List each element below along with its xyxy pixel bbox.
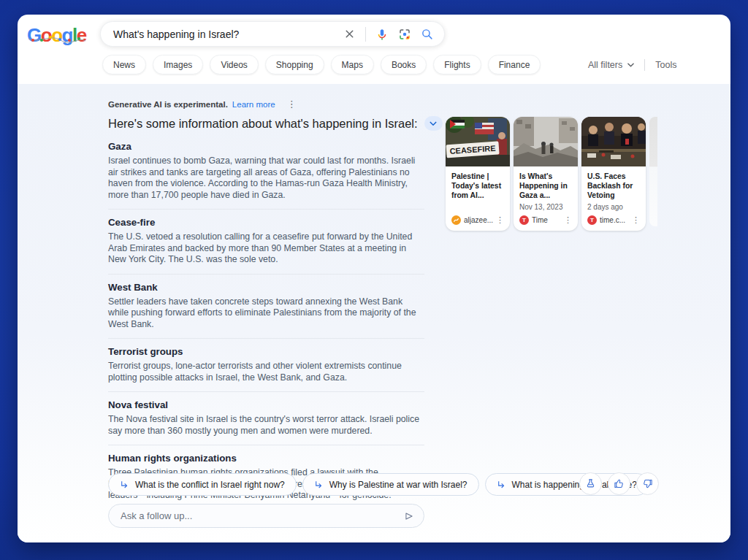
section-divider — [108, 338, 424, 339]
answer-section-gaza: Gaza Israel continues to bomb Gaza, warn… — [108, 141, 424, 201]
disclaimer-text: Generative AI is experimental. — [108, 100, 228, 109]
followup-chip-conflict[interactable]: What is the conflict in Israel right now… — [108, 473, 297, 496]
tools-button[interactable]: Tools — [655, 60, 676, 70]
tab-news[interactable]: News — [102, 55, 146, 74]
tab-shopping[interactable]: Shopping — [265, 55, 324, 74]
tab-label: Maps — [342, 60, 363, 70]
section-body: Israel continues to bomb Gaza, warning t… — [108, 156, 424, 201]
sge-heading-row: Here's some information about what's hap… — [108, 116, 443, 131]
section-divider — [108, 445, 424, 445]
answer-section-ceasefire: Cease-fire The U.S. vetoed a resolution … — [108, 217, 424, 266]
card-title: Is What's Happening in Gaza a... — [519, 172, 572, 200]
followup-input-bar — [108, 504, 424, 528]
chip-label: What is the conflict in Israel right now… — [135, 480, 285, 490]
section-body: Terrorist groups, lone-actor terrorists … — [108, 361, 424, 383]
tab-videos[interactable]: Videos — [210, 55, 258, 74]
holiday-lights-decoration — [27, 24, 87, 49]
thumbs-up-button[interactable] — [608, 472, 630, 495]
clear-search-icon[interactable] — [343, 28, 356, 40]
section-divider — [108, 209, 424, 210]
flask-icon — [585, 478, 596, 489]
section-divider — [108, 391, 424, 392]
card-title: Palestine | Today's latest from Al... — [451, 172, 504, 200]
card-date: Nov 13, 2023 — [519, 203, 572, 212]
all-filters-dropdown[interactable]: All filters — [588, 60, 634, 70]
google-lens-icon[interactable] — [398, 28, 411, 41]
tab-label: Videos — [221, 60, 247, 70]
card-source-name: Time — [532, 216, 564, 224]
tab-images[interactable]: Images — [153, 55, 203, 74]
answer-section-terrorist-groups: Terrorist groups Terrorist groups, lone-… — [108, 346, 424, 383]
send-icon[interactable] — [404, 511, 414, 521]
thumbs-down-button[interactable] — [636, 472, 659, 495]
filters-bar: All filters Tools — [588, 59, 676, 71]
learn-more-link[interactable]: Learn more — [232, 100, 275, 109]
tab-label: News — [113, 60, 135, 70]
source-card-time-un[interactable]: U.S. Faces Backlash for Vetoing U.N.'...… — [581, 117, 646, 231]
more-options-icon[interactable]: ⋮ — [287, 99, 297, 110]
section-title: Human rights organizations — [108, 453, 424, 464]
tab-finance[interactable]: Finance — [488, 55, 541, 74]
section-body: Settler leaders have taken concrete step… — [108, 296, 424, 331]
source-card-time-gaza[interactable]: Is What's Happening in Gaza a... Nov 13,… — [514, 117, 578, 231]
tab-label: Shopping — [276, 60, 313, 70]
subdirectory-arrow-icon — [497, 480, 506, 489]
card-source-name: time.c... — [600, 216, 632, 224]
all-filters-label: All filters — [588, 60, 622, 70]
voice-search-mic-icon[interactable] — [375, 28, 389, 41]
time-logo-icon: T — [587, 215, 597, 225]
aljazeera-logo-icon — [451, 215, 461, 225]
tab-label: Books — [392, 60, 416, 70]
answer-sections: Gaza Israel continues to bomb Gaza, warn… — [108, 141, 424, 502]
tab-flights[interactable]: Flights — [433, 55, 481, 74]
card-date — [451, 203, 504, 212]
dropdown-arrow-icon — [627, 63, 634, 67]
card-date: 2 days ago — [587, 203, 640, 212]
tab-label: Flights — [444, 60, 470, 70]
generative-ai-panel: Generative AI is experimental. Learn mor… — [18, 84, 730, 542]
search-category-tabs: News Images Videos Shopping Maps Books F… — [102, 55, 541, 74]
section-title: Cease-fire — [108, 217, 424, 229]
sge-disclaimer: Generative AI is experimental. Learn mor… — [108, 99, 297, 110]
card-more-icon[interactable]: ⋮ — [564, 215, 572, 225]
experiment-flask-button[interactable] — [579, 472, 602, 495]
chevron-down-icon — [430, 121, 437, 126]
partial-next-card[interactable] — [649, 117, 657, 226]
feedback-buttons — [579, 472, 659, 495]
followup-input[interactable] — [121, 510, 404, 521]
source-card-aljazeera[interactable]: CEASEFIRE Palestine | Today's latest fro… — [446, 117, 510, 231]
answer-section-west-bank: West Bank Settler leaders have taken con… — [108, 282, 424, 331]
tab-label: Finance — [499, 60, 530, 70]
time-logo-icon: T — [519, 215, 529, 225]
search-bar — [100, 21, 445, 47]
tab-maps[interactable]: Maps — [331, 55, 374, 74]
search-bar-divider — [365, 27, 366, 42]
section-title: Terrorist groups — [108, 346, 424, 358]
tab-books[interactable]: Books — [381, 55, 427, 74]
card-more-icon[interactable]: ⋮ — [632, 215, 640, 225]
browser-page: Google — [18, 15, 730, 542]
collapse-answer-button[interactable] — [424, 116, 443, 131]
card-image-un-council — [581, 117, 646, 166]
sge-heading: Here's some information about what's hap… — [108, 117, 418, 131]
card-image-gaza-rubble — [514, 117, 578, 166]
filters-separator — [644, 59, 645, 71]
section-title: West Bank — [108, 282, 424, 294]
section-body: The Nova festival site in Israel is the … — [108, 414, 424, 437]
tab-label: Images — [164, 60, 192, 70]
section-divider — [108, 274, 424, 275]
section-title: Nova festival — [108, 399, 424, 411]
search-input[interactable] — [101, 28, 343, 40]
card-more-icon[interactable]: ⋮ — [496, 215, 504, 225]
answer-section-nova-festival: Nova festival The Nova festival site in … — [108, 399, 424, 437]
subdirectory-arrow-icon — [314, 480, 324, 489]
search-submit-icon[interactable] — [421, 28, 433, 40]
section-title: Gaza — [108, 141, 424, 153]
thumbs-down-icon — [642, 478, 653, 489]
google-doodle-logo[interactable]: Google — [27, 24, 87, 49]
thumbs-up-icon — [614, 478, 625, 489]
followup-chip-why-war[interactable]: Why is Palestine at war with Israel? — [302, 473, 479, 496]
suggested-followups: What is the conflict in Israel right now… — [108, 473, 649, 496]
card-image-ceasefire-protest: CEASEFIRE — [446, 117, 510, 166]
chip-label: Why is Palestine at war with Israel? — [329, 480, 468, 490]
